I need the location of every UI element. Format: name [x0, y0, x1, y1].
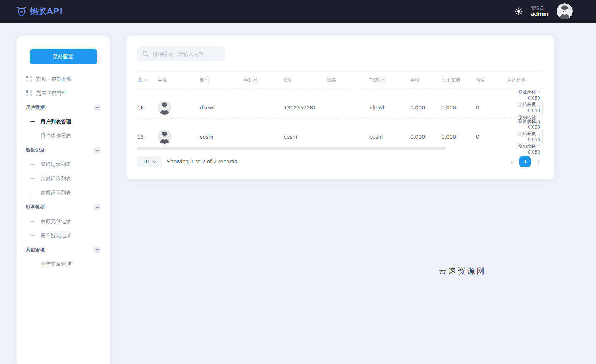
dash-icon — [30, 164, 35, 165]
sidebar-item-user-logs[interactable]: 用户操作日志 — [26, 129, 101, 143]
dash-icon — [30, 193, 35, 193]
column-header-avatar: 头像 — [158, 77, 200, 84]
cell-scrollbar — [542, 100, 543, 116]
page-1-button[interactable]: 1 — [519, 156, 531, 167]
chevron-down-icon — [144, 79, 148, 81]
sidebar-item-label: 公告文章管理 — [40, 261, 71, 267]
grid-icon — [26, 90, 32, 96]
sidebar-item-label: 查询记录列表 — [40, 161, 71, 168]
cell-id: 16 — [137, 105, 158, 111]
sidebar-item-query-records[interactable]: 查询记录列表 — [26, 157, 101, 171]
sidebar-item-withdraw-records[interactable]: 佣金提现记录 — [26, 228, 101, 243]
avatar[interactable] — [557, 3, 573, 19]
user-table-card: ID 头像 账号 手机号 QQ 邮箱 TG账号 余额 历史充值 额度 通道价格 … — [127, 36, 554, 179]
sidebar-section-user-data: 用户数据 — [26, 100, 101, 115]
sidebar-section-other: 其他管理 — [26, 243, 101, 257]
app-logo[interactable]: 蚂蚁API — [16, 6, 63, 17]
grid-icon — [26, 76, 32, 82]
price-line: 联通余额：0.050 — [507, 89, 540, 101]
sidebar-item-label: 佣金提现记录 — [40, 232, 71, 239]
column-header-qq: QQ — [284, 77, 326, 83]
price-line: 电信余额：0.050 — [507, 101, 540, 114]
column-header-channel-price: 通道价格 — [507, 77, 543, 84]
section-title: 其他管理 — [26, 247, 45, 253]
column-header-phone: 手机号 — [244, 77, 284, 84]
chevron-right-icon[interactable]: › — [536, 157, 541, 166]
section-title: 财务数据 — [26, 204, 45, 210]
cell-quota: 0 — [476, 134, 507, 140]
navbar-right: 管理员 admin — [515, 3, 573, 19]
cell-account: ceshi — [200, 134, 244, 140]
ant-icon — [16, 6, 27, 17]
table-row: 16 dkewl 1302357281 dkewl — [137, 89, 543, 118]
user-info: 管理员 admin — [531, 5, 549, 18]
cell-balance: 0.000 — [410, 134, 441, 140]
cell-recharge: 0.000 — [441, 134, 476, 140]
dash-icon — [30, 264, 35, 264]
cell-account: dkewl — [200, 105, 244, 111]
system-config-button[interactable]: 系统配置 — [30, 49, 97, 64]
cell-tg: dkewl — [369, 105, 410, 111]
chevron-left-icon[interactable]: ‹ — [509, 157, 515, 166]
dash-icon — [30, 136, 35, 136]
cell-balance: 0.000 — [410, 105, 441, 111]
sidebar-item-label: 首页 - 控制面板 — [36, 76, 72, 82]
cell-qq: 1302357281 — [284, 105, 326, 111]
dash-icon — [30, 235, 35, 236]
column-header-email: 邮箱 — [326, 77, 369, 84]
chevron-down-icon — [152, 160, 156, 163]
cell-scrollbar — [542, 129, 543, 145]
avatar — [158, 130, 171, 144]
price-line: 移动余额：0.050 — [507, 143, 540, 155]
cell-recharge: 0.000 — [441, 105, 476, 111]
admin-page: { "navbar": { "logo_text": "蚂蚁API", "use… — [0, 0, 596, 364]
table-row: 15 ceshi ceshi ceshi — [137, 118, 543, 147]
table-header: ID 头像 账号 手机号 QQ 邮箱 TG账号 余额 历史充值 额度 通道价格 — [137, 71, 543, 89]
sidebar-item-card-keys[interactable]: 充值卡密管理 — [26, 86, 101, 100]
minus-icon[interactable] — [94, 247, 101, 253]
cell-avatar — [158, 130, 200, 144]
sidebar-item-label: 用户操作日志 — [40, 133, 71, 139]
section-title: 数据记录 — [26, 147, 45, 154]
sidebar-menu: 首页 - 控制面板 充值卡密管理 用户数据 用户列表管理 用户操作日志 — [26, 72, 101, 271]
minus-icon[interactable] — [94, 204, 101, 210]
column-header-recharge: 历史充值 — [441, 77, 476, 84]
column-header-tg: TG账号 — [369, 77, 410, 84]
sidebar-section-data-records: 数据记录 — [26, 143, 101, 157]
page-size-value: 10 — [143, 159, 149, 164]
cell-avatar — [158, 101, 200, 115]
records-summary: Showing 1 to 2 of 2 records — [167, 159, 237, 164]
cell-qq: ceshi — [284, 134, 326, 140]
search-input[interactable] — [152, 51, 220, 57]
price-line: 联通余额：0.050 — [507, 118, 540, 131]
cell-channel-prices: 联通余额：0.050 电信余额：0.050 移动余额：0.050 — [507, 118, 543, 155]
watermark-text: 云速资源网 — [439, 266, 486, 276]
pagination: ‹ 1 › — [509, 156, 543, 167]
user-name: admin — [531, 11, 549, 18]
sidebar-item-balance-records[interactable]: 余额记录列表 — [26, 171, 101, 186]
column-header-balance: 余额 — [410, 77, 441, 84]
dash-icon — [30, 178, 35, 179]
sidebar-item-recharge-records[interactable]: 余额充值记录 — [26, 214, 101, 228]
dash-icon — [30, 121, 35, 122]
table-footer: 10 Showing 1 to 2 of 2 records ‹ 1 › — [137, 156, 543, 167]
sidebar-item-announcements[interactable]: 公告文章管理 — [26, 257, 101, 271]
sidebar-section-finance: 财务数据 — [26, 200, 101, 214]
minus-icon[interactable] — [94, 104, 101, 111]
cell-id: 15 — [137, 134, 158, 140]
horizontal-scrollbar[interactable] — [137, 147, 446, 150]
sidebar-item-user-list[interactable]: 用户列表管理 — [26, 115, 101, 129]
search-icon — [142, 51, 149, 57]
sidebar-item-dashboard[interactable]: 首页 - 控制面板 — [26, 72, 101, 86]
sidebar-item-quota-records[interactable]: 额度记录列表 — [26, 186, 101, 200]
top-navbar: 蚂蚁API 管理员 admin — [0, 0, 596, 23]
dash-icon — [30, 221, 35, 222]
page-size-select[interactable]: 10 — [137, 156, 162, 167]
sun-icon[interactable] — [515, 7, 523, 15]
minus-icon[interactable] — [94, 147, 101, 154]
logo-text: 蚂蚁API — [30, 6, 63, 17]
sidebar-item-label: 充值卡密管理 — [36, 90, 67, 97]
price-line: 电信余额：0.050 — [507, 131, 540, 143]
sidebar-item-label: 额度记录列表 — [40, 190, 71, 196]
column-header-id[interactable]: ID — [137, 77, 158, 83]
